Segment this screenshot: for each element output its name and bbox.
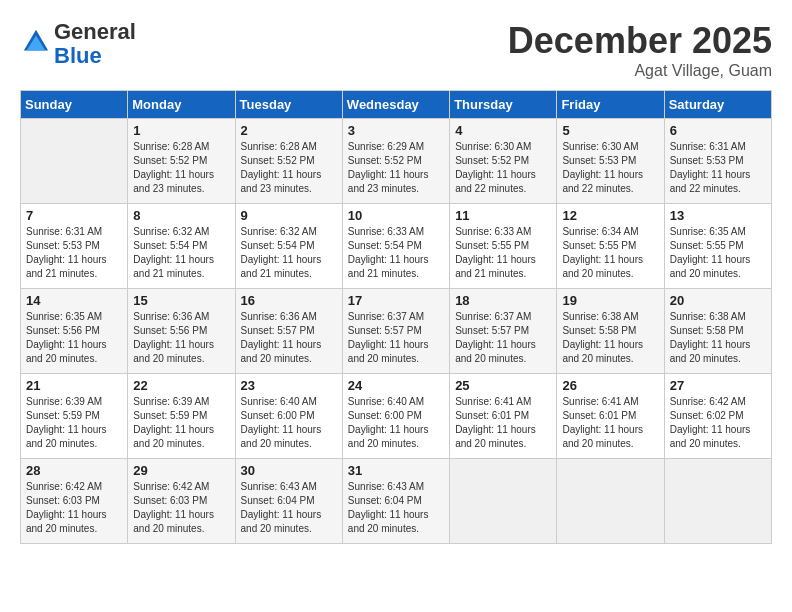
location-title: Agat Village, Guam (508, 62, 772, 80)
day-number: 14 (26, 293, 122, 308)
day-number: 24 (348, 378, 444, 393)
day-info: Sunrise: 6:30 AMSunset: 5:52 PMDaylight:… (455, 140, 551, 196)
calendar-cell: 24Sunrise: 6:40 AMSunset: 6:00 PMDayligh… (342, 374, 449, 459)
day-number: 4 (455, 123, 551, 138)
logo: General Blue (20, 20, 136, 68)
month-title: December 2025 (508, 20, 772, 62)
weekday-header-row: SundayMondayTuesdayWednesdayThursdayFrid… (21, 91, 772, 119)
header-thursday: Thursday (450, 91, 557, 119)
calendar-cell: 11Sunrise: 6:33 AMSunset: 5:55 PMDayligh… (450, 204, 557, 289)
calendar-cell (450, 459, 557, 544)
day-number: 21 (26, 378, 122, 393)
calendar-cell: 6Sunrise: 6:31 AMSunset: 5:53 PMDaylight… (664, 119, 771, 204)
day-info: Sunrise: 6:32 AMSunset: 5:54 PMDaylight:… (241, 225, 337, 281)
day-info: Sunrise: 6:30 AMSunset: 5:53 PMDaylight:… (562, 140, 658, 196)
calendar-cell: 12Sunrise: 6:34 AMSunset: 5:55 PMDayligh… (557, 204, 664, 289)
day-number: 30 (241, 463, 337, 478)
day-info: Sunrise: 6:37 AMSunset: 5:57 PMDaylight:… (455, 310, 551, 366)
day-info: Sunrise: 6:41 AMSunset: 6:01 PMDaylight:… (455, 395, 551, 451)
header: General Blue December 2025 Agat Village,… (20, 20, 772, 80)
day-info: Sunrise: 6:35 AMSunset: 5:55 PMDaylight:… (670, 225, 766, 281)
calendar-cell: 17Sunrise: 6:37 AMSunset: 5:57 PMDayligh… (342, 289, 449, 374)
calendar-cell: 8Sunrise: 6:32 AMSunset: 5:54 PMDaylight… (128, 204, 235, 289)
day-info: Sunrise: 6:36 AMSunset: 5:57 PMDaylight:… (241, 310, 337, 366)
day-number: 8 (133, 208, 229, 223)
day-number: 16 (241, 293, 337, 308)
day-info: Sunrise: 6:34 AMSunset: 5:55 PMDaylight:… (562, 225, 658, 281)
day-number: 23 (241, 378, 337, 393)
day-info: Sunrise: 6:43 AMSunset: 6:04 PMDaylight:… (241, 480, 337, 536)
day-number: 5 (562, 123, 658, 138)
calendar-cell: 2Sunrise: 6:28 AMSunset: 5:52 PMDaylight… (235, 119, 342, 204)
calendar-cell: 31Sunrise: 6:43 AMSunset: 6:04 PMDayligh… (342, 459, 449, 544)
calendar-cell: 29Sunrise: 6:42 AMSunset: 6:03 PMDayligh… (128, 459, 235, 544)
day-number: 22 (133, 378, 229, 393)
calendar-cell: 27Sunrise: 6:42 AMSunset: 6:02 PMDayligh… (664, 374, 771, 459)
day-number: 7 (26, 208, 122, 223)
calendar-cell (557, 459, 664, 544)
calendar-cell: 30Sunrise: 6:43 AMSunset: 6:04 PMDayligh… (235, 459, 342, 544)
day-number: 17 (348, 293, 444, 308)
day-info: Sunrise: 6:40 AMSunset: 6:00 PMDaylight:… (241, 395, 337, 451)
day-number: 10 (348, 208, 444, 223)
calendar-cell: 1Sunrise: 6:28 AMSunset: 5:52 PMDaylight… (128, 119, 235, 204)
day-info: Sunrise: 6:39 AMSunset: 5:59 PMDaylight:… (133, 395, 229, 451)
day-info: Sunrise: 6:35 AMSunset: 5:56 PMDaylight:… (26, 310, 122, 366)
day-info: Sunrise: 6:43 AMSunset: 6:04 PMDaylight:… (348, 480, 444, 536)
header-friday: Friday (557, 91, 664, 119)
calendar-cell: 18Sunrise: 6:37 AMSunset: 5:57 PMDayligh… (450, 289, 557, 374)
day-info: Sunrise: 6:31 AMSunset: 5:53 PMDaylight:… (26, 225, 122, 281)
logo-text: General Blue (54, 20, 136, 68)
day-number: 25 (455, 378, 551, 393)
day-number: 27 (670, 378, 766, 393)
header-monday: Monday (128, 91, 235, 119)
day-info: Sunrise: 6:36 AMSunset: 5:56 PMDaylight:… (133, 310, 229, 366)
calendar-cell: 7Sunrise: 6:31 AMSunset: 5:53 PMDaylight… (21, 204, 128, 289)
day-number: 15 (133, 293, 229, 308)
logo-blue: Blue (54, 43, 102, 68)
day-number: 9 (241, 208, 337, 223)
calendar-cell: 16Sunrise: 6:36 AMSunset: 5:57 PMDayligh… (235, 289, 342, 374)
calendar-cell (21, 119, 128, 204)
day-info: Sunrise: 6:28 AMSunset: 5:52 PMDaylight:… (133, 140, 229, 196)
calendar-table: SundayMondayTuesdayWednesdayThursdayFrid… (20, 90, 772, 544)
calendar-cell: 21Sunrise: 6:39 AMSunset: 5:59 PMDayligh… (21, 374, 128, 459)
calendar-cell: 22Sunrise: 6:39 AMSunset: 5:59 PMDayligh… (128, 374, 235, 459)
header-tuesday: Tuesday (235, 91, 342, 119)
calendar-cell: 3Sunrise: 6:29 AMSunset: 5:52 PMDaylight… (342, 119, 449, 204)
calendar-cell: 4Sunrise: 6:30 AMSunset: 5:52 PMDaylight… (450, 119, 557, 204)
day-number: 6 (670, 123, 766, 138)
calendar-cell: 15Sunrise: 6:36 AMSunset: 5:56 PMDayligh… (128, 289, 235, 374)
day-number: 3 (348, 123, 444, 138)
logo-general: General (54, 19, 136, 44)
day-number: 1 (133, 123, 229, 138)
day-number: 28 (26, 463, 122, 478)
calendar-cell: 26Sunrise: 6:41 AMSunset: 6:01 PMDayligh… (557, 374, 664, 459)
calendar-cell: 23Sunrise: 6:40 AMSunset: 6:00 PMDayligh… (235, 374, 342, 459)
day-number: 29 (133, 463, 229, 478)
day-info: Sunrise: 6:42 AMSunset: 6:03 PMDaylight:… (26, 480, 122, 536)
day-info: Sunrise: 6:41 AMSunset: 6:01 PMDaylight:… (562, 395, 658, 451)
day-info: Sunrise: 6:31 AMSunset: 5:53 PMDaylight:… (670, 140, 766, 196)
week-row-2: 7Sunrise: 6:31 AMSunset: 5:53 PMDaylight… (21, 204, 772, 289)
title-area: December 2025 Agat Village, Guam (508, 20, 772, 80)
day-number: 2 (241, 123, 337, 138)
day-info: Sunrise: 6:39 AMSunset: 5:59 PMDaylight:… (26, 395, 122, 451)
week-row-5: 28Sunrise: 6:42 AMSunset: 6:03 PMDayligh… (21, 459, 772, 544)
day-info: Sunrise: 6:42 AMSunset: 6:03 PMDaylight:… (133, 480, 229, 536)
calendar-cell: 20Sunrise: 6:38 AMSunset: 5:58 PMDayligh… (664, 289, 771, 374)
calendar-cell: 9Sunrise: 6:32 AMSunset: 5:54 PMDaylight… (235, 204, 342, 289)
day-number: 18 (455, 293, 551, 308)
day-number: 13 (670, 208, 766, 223)
week-row-3: 14Sunrise: 6:35 AMSunset: 5:56 PMDayligh… (21, 289, 772, 374)
day-number: 20 (670, 293, 766, 308)
calendar-cell: 10Sunrise: 6:33 AMSunset: 5:54 PMDayligh… (342, 204, 449, 289)
day-number: 31 (348, 463, 444, 478)
calendar-cell: 5Sunrise: 6:30 AMSunset: 5:53 PMDaylight… (557, 119, 664, 204)
week-row-1: 1Sunrise: 6:28 AMSunset: 5:52 PMDaylight… (21, 119, 772, 204)
header-saturday: Saturday (664, 91, 771, 119)
day-info: Sunrise: 6:32 AMSunset: 5:54 PMDaylight:… (133, 225, 229, 281)
day-number: 12 (562, 208, 658, 223)
calendar-cell: 14Sunrise: 6:35 AMSunset: 5:56 PMDayligh… (21, 289, 128, 374)
day-info: Sunrise: 6:37 AMSunset: 5:57 PMDaylight:… (348, 310, 444, 366)
